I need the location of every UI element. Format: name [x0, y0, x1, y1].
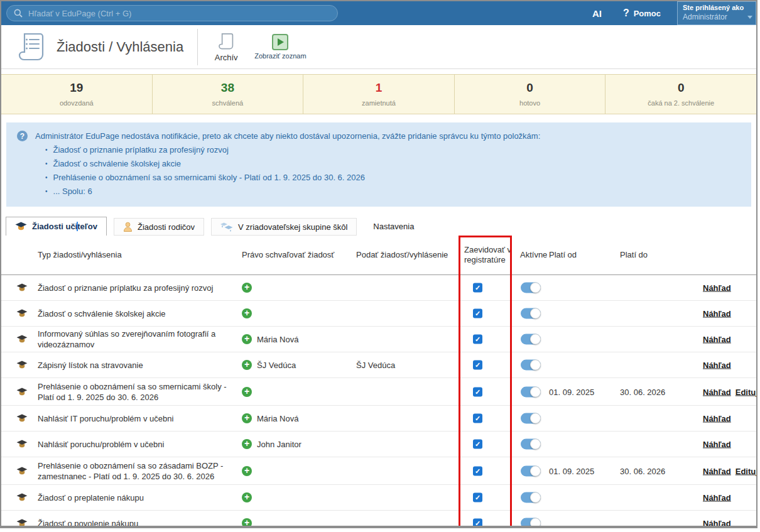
preview-link[interactable]: Náhľad	[703, 493, 731, 502]
toggle-knob	[530, 518, 541, 529]
preview-link[interactable]: Náhľad	[703, 519, 731, 528]
valid-to: 30. 06. 2026	[620, 387, 665, 396]
add-approver-icon[interactable]: +	[242, 387, 252, 397]
edit-link[interactable]: Edituj	[736, 466, 757, 475]
school-group-icon	[220, 222, 233, 232]
tab-teacher-requests[interactable]: Žiadosti učiteľov	[6, 217, 107, 236]
active-toggle[interactable]	[521, 386, 541, 397]
table-row: Nahlásiť poruchu/problém v učebni+John J…	[1, 432, 756, 457]
show-list-label: Zobraziť zoznam	[254, 52, 306, 60]
notification-info-box: ? Administrátor EduPage nedostáva notifi…	[6, 122, 751, 207]
row-actions: Náhľad	[703, 440, 731, 449]
stat-label: hotovo	[455, 99, 605, 107]
registry-checkbox[interactable]	[473, 283, 482, 293]
active-toggle[interactable]	[521, 283, 541, 293]
toggle-knob	[530, 283, 541, 293]
row-actions: Náhľad	[703, 519, 731, 528]
col-active: Aktívne	[520, 250, 547, 260]
add-approver-icon[interactable]: +	[242, 334, 252, 344]
preview-link[interactable]: Náhľad	[703, 361, 731, 370]
add-approver-icon[interactable]: +	[242, 466, 252, 476]
global-search[interactable]	[6, 5, 338, 21]
tab-label: Žiadosti rodičov	[138, 222, 195, 232]
table-rows: Žiadosť o priznanie príplatku za profesi…	[1, 275, 756, 528]
tab-parent-requests[interactable]: Žiadosti rodičov	[114, 218, 204, 236]
active-toggle[interactable]	[521, 439, 541, 450]
stat-approved[interactable]: 38 schválená	[153, 75, 304, 114]
registry-checkbox[interactable]	[473, 519, 482, 528]
stat-waiting-second-approval[interactable]: 0 čaká na 2. schválenie	[605, 75, 756, 114]
table-row: Žiadosť o preplatenie nákupu+Náhľad	[1, 485, 756, 511]
text-cursor-artifact	[77, 222, 78, 231]
registry-checkbox[interactable]	[473, 440, 482, 449]
preview-link[interactable]: Náhľad	[703, 440, 731, 449]
tab-founder-school-group[interactable]: V zriadovateľskej skupine škôl	[211, 218, 357, 236]
user-menu[interactable]: Ste prihlásený ako Administrátor	[677, 1, 756, 25]
preview-link[interactable]: Náhľad	[703, 309, 731, 318]
add-approver-icon[interactable]: +	[242, 492, 252, 502]
col-type: Typ žiadosti/vyhlásenia	[38, 250, 122, 260]
active-toggle[interactable]	[521, 413, 541, 424]
registry-checkbox[interactable]	[473, 335, 482, 344]
preview-link[interactable]: Náhľad	[703, 466, 731, 475]
registry-checkbox[interactable]	[473, 387, 482, 396]
notice-item: Žiadosť o schválenie školskej akcie	[45, 158, 742, 170]
active-toggle[interactable]	[521, 492, 541, 503]
active-toggle[interactable]	[521, 360, 541, 371]
toggle-knob	[530, 439, 541, 450]
preview-link[interactable]: Náhľad	[703, 335, 731, 344]
request-type-label: Zápisný lístok na stravovanie	[38, 360, 240, 371]
approver-name: Mária Nová	[257, 414, 298, 423]
notice-list: Žiadosť o priznanie príplatku za profesi…	[45, 144, 742, 197]
toggle-knob	[530, 308, 541, 319]
help-button[interactable]: ? Pomoc	[623, 8, 661, 19]
active-toggle[interactable]	[521, 334, 541, 345]
registry-checkbox[interactable]	[473, 466, 482, 475]
active-toggle[interactable]	[521, 465, 541, 476]
preview-link[interactable]: Náhľad	[703, 414, 731, 423]
info-question-icon: ?	[17, 131, 28, 141]
stat-value: 19	[1, 81, 152, 95]
stat-value: 0	[455, 81, 605, 95]
stat-label: odovzdaná	[1, 99, 152, 107]
header-divider	[197, 29, 198, 65]
add-approver-icon[interactable]: +	[242, 360, 252, 370]
ai-button[interactable]: AI	[592, 8, 602, 19]
topbar-actions: AI ? Pomoc Ste prihlásený ako Administrá…	[592, 1, 756, 25]
valid-from: 01. 09. 2025	[549, 466, 594, 475]
archive-label: Archív	[215, 53, 238, 62]
search-input[interactable]	[28, 9, 330, 18]
stat-label: čaká na 2. schválenie	[605, 99, 756, 107]
registry-checkbox[interactable]	[473, 309, 482, 318]
stat-done[interactable]: 0 hotovo	[455, 75, 606, 114]
active-toggle[interactable]	[521, 518, 541, 529]
graduation-cap-icon	[16, 440, 28, 448]
table-row: Prehlásenie o oboznámení sa so smernicam…	[1, 378, 756, 406]
stat-value: 1	[303, 81, 454, 95]
show-list-button[interactable]: Zobraziť zoznam	[254, 34, 306, 60]
requests-table: Typ žiadosti/vyhlásenia Právo schvaľovať…	[1, 236, 756, 528]
approver-name: John Janitor	[257, 440, 301, 449]
request-type-label: Žiadosť o povolenie nákupu	[38, 518, 240, 529]
tab-settings[interactable]: Nastavenia	[364, 217, 423, 236]
registry-checkbox[interactable]	[473, 493, 482, 502]
search-icon	[14, 9, 23, 18]
archive-button[interactable]: Archív	[209, 32, 243, 62]
add-approver-icon[interactable]: +	[242, 518, 252, 528]
stat-submitted[interactable]: 19 odovzdaná	[1, 75, 153, 114]
stat-rejected[interactable]: 1 zamietnutá	[303, 75, 455, 114]
active-toggle[interactable]	[521, 308, 541, 319]
add-approver-icon[interactable]: +	[242, 283, 252, 293]
add-approver-icon[interactable]: +	[242, 308, 252, 318]
request-type-label: Nahlásiť IT poruchu/problém v učebni	[38, 413, 240, 424]
preview-link[interactable]: Náhľad	[703, 387, 731, 396]
graduation-cap-icon	[15, 222, 27, 231]
graduation-cap-icon	[16, 309, 28, 318]
registry-checkbox[interactable]	[473, 361, 482, 370]
add-approver-icon[interactable]: +	[242, 413, 252, 423]
preview-link[interactable]: Náhľad	[703, 283, 731, 293]
add-approver-icon[interactable]: +	[242, 439, 252, 449]
edit-link[interactable]: Edituj	[736, 387, 757, 396]
archive-icon	[217, 32, 236, 51]
registry-checkbox[interactable]	[473, 414, 482, 423]
